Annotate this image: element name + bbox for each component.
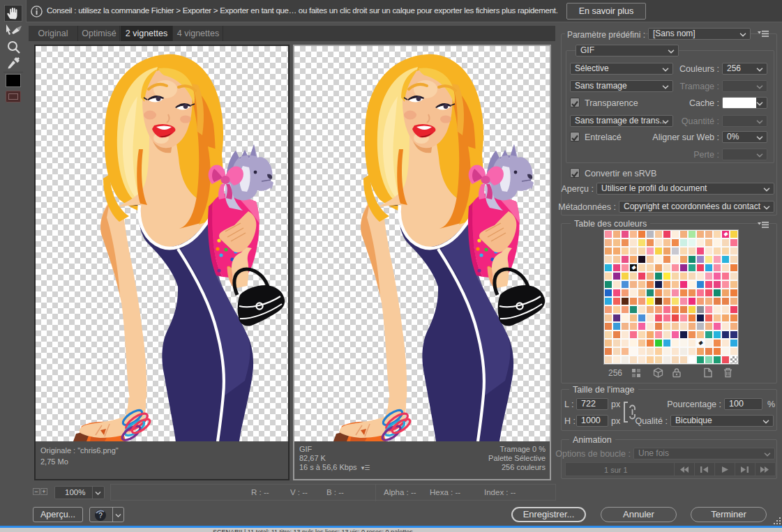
svg-text:?: ?	[98, 512, 103, 519]
